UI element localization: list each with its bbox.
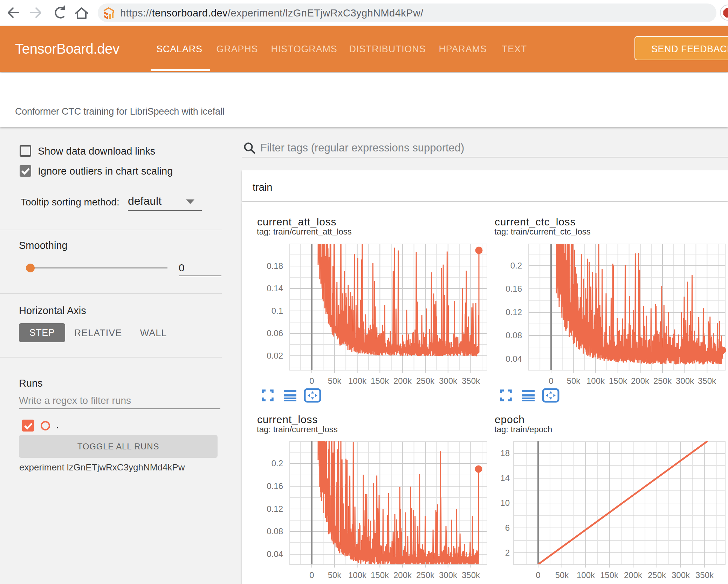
svg-text:current_ctc_loss: current_ctc_loss <box>495 216 576 228</box>
svg-text:current_loss: current_loss <box>257 414 318 425</box>
svg-text:250k: 250k <box>416 376 435 386</box>
svg-text:200k: 200k <box>624 570 643 580</box>
svg-text:50k: 50k <box>328 570 342 580</box>
svg-text:18: 18 <box>500 448 510 458</box>
svg-text:2: 2 <box>505 548 510 557</box>
svg-text:350k: 350k <box>695 570 714 580</box>
svg-text:200k: 200k <box>631 376 650 386</box>
svg-text:0.16: 0.16 <box>506 284 522 293</box>
svg-text:300k: 300k <box>672 570 690 580</box>
svg-text:250k: 250k <box>648 570 666 580</box>
svg-text:14: 14 <box>500 473 510 483</box>
svg-text:tag: train/current_loss: tag: train/current_loss <box>257 425 338 434</box>
svg-text:100k: 100k <box>348 570 367 580</box>
svg-text:100k: 100k <box>586 376 605 386</box>
svg-text:200k: 200k <box>393 376 412 386</box>
svg-text:100k: 100k <box>577 570 595 580</box>
svg-text:0.04: 0.04 <box>506 354 522 364</box>
svg-text:300k: 300k <box>676 376 694 386</box>
svg-text:300k: 300k <box>439 376 458 386</box>
svg-text:0.04: 0.04 <box>267 549 283 559</box>
svg-text:0.08: 0.08 <box>267 527 283 536</box>
svg-text:0.16: 0.16 <box>267 481 283 491</box>
svg-text:250k: 250k <box>416 570 435 580</box>
svg-text:50k: 50k <box>328 376 342 386</box>
svg-text:150k: 150k <box>600 570 619 580</box>
svg-text:150k: 150k <box>371 376 389 386</box>
svg-text:0.12: 0.12 <box>506 307 522 317</box>
svg-text:0: 0 <box>549 376 553 386</box>
svg-text:0.14: 0.14 <box>267 284 283 293</box>
svg-text:0: 0 <box>309 570 314 580</box>
svg-text:0.06: 0.06 <box>267 328 283 338</box>
svg-text:10: 10 <box>500 498 510 508</box>
svg-text:6: 6 <box>505 523 510 532</box>
svg-text:0.02: 0.02 <box>267 351 283 360</box>
svg-text:0.12: 0.12 <box>267 504 283 514</box>
svg-text:0.2: 0.2 <box>272 459 283 468</box>
svg-text:0.1: 0.1 <box>272 306 283 315</box>
svg-text:0.18: 0.18 <box>267 261 283 271</box>
svg-text:tag: train/current_att_loss: tag: train/current_att_loss <box>257 227 352 236</box>
svg-text:350k: 350k <box>462 376 480 386</box>
svg-text:50k: 50k <box>567 376 581 386</box>
svg-text:0: 0 <box>309 376 314 386</box>
svg-text:0.2: 0.2 <box>510 261 522 270</box>
svg-text:200k: 200k <box>393 570 412 580</box>
svg-text:tag: train/epoch: tag: train/epoch <box>494 425 552 434</box>
svg-text:0.08: 0.08 <box>506 331 522 340</box>
svg-text:tag: train/current_ctc_loss: tag: train/current_ctc_loss <box>494 227 591 236</box>
svg-text:300k: 300k <box>439 570 458 580</box>
svg-text:350k: 350k <box>698 376 716 386</box>
svg-text:150k: 150k <box>371 570 389 580</box>
svg-text:250k: 250k <box>653 376 672 386</box>
svg-text:350k: 350k <box>462 570 480 580</box>
svg-text:50k: 50k <box>555 570 569 580</box>
svg-text:0: 0 <box>536 570 540 580</box>
svg-text:epoch: epoch <box>495 414 525 425</box>
svg-text:100k: 100k <box>348 376 367 386</box>
svg-text:150k: 150k <box>609 376 627 386</box>
svg-text:current_att_loss: current_att_loss <box>257 216 336 228</box>
